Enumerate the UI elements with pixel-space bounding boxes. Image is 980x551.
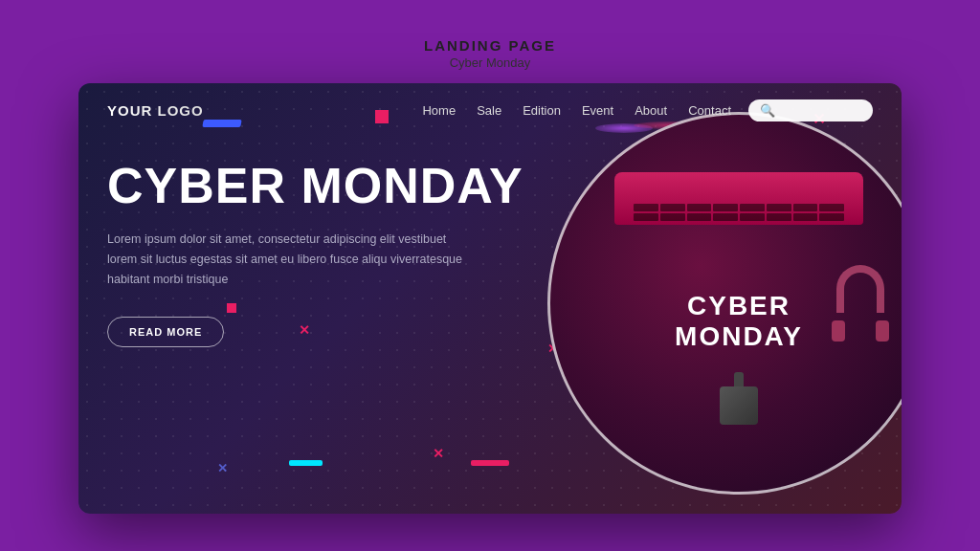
circle-text-badge: CYBER MONDAY: [675, 291, 803, 352]
shelf-key: [793, 213, 818, 221]
deco-red-bar: [471, 460, 509, 466]
shelf-key: [819, 204, 844, 211]
nav-sale[interactable]: Sale: [477, 103, 501, 118]
shelf-key: [687, 213, 712, 221]
shelf-key: [713, 213, 738, 221]
page-header-title: LANDING PAGE: [424, 37, 556, 54]
headphone-arc: [836, 265, 884, 313]
headphone-left-pad: [832, 320, 845, 342]
headphone-icon: [832, 265, 889, 342]
shelf-key: [687, 204, 712, 211]
binder-clip-icon: [720, 372, 758, 425]
deco-cyan-bar: [289, 460, 323, 466]
shelf-grid: [634, 204, 844, 221]
deco-x-bottom2: ✕: [217, 461, 228, 475]
shelf-key: [634, 204, 658, 211]
headphone-right-pad: [876, 320, 889, 342]
circle-shelf: [614, 172, 863, 225]
nav-edition[interactable]: Edition: [523, 103, 561, 118]
circle-monday-text: MONDAY: [675, 321, 803, 352]
shelf-key: [713, 204, 738, 211]
nav-home[interactable]: Home: [422, 103, 456, 118]
circle-cyber-text: CYBER: [675, 291, 803, 321]
shelf-key: [660, 213, 685, 221]
hero-description: Lorem ipsum dolor sit amet, consectetur …: [107, 230, 471, 291]
nav-contact[interactable]: Contact: [688, 103, 731, 118]
read-more-button[interactable]: READ MORE: [107, 317, 224, 347]
navbar: YOUR LOGO Home Sale Edition Event About …: [78, 83, 902, 137]
page-wrapper: LANDING PAGE Cyber Monday ✕ ✕ ✕ ✕ ✕ YOUR…: [0, 0, 980, 551]
shelf-key: [660, 204, 685, 211]
shelf-key: [740, 213, 765, 221]
nav-about[interactable]: About: [635, 103, 667, 118]
shelf-key: [740, 204, 765, 211]
binder-body: [720, 386, 758, 425]
hero-section: CYBER MONDAY Lorem ipsum dolor sit amet,…: [107, 160, 567, 347]
shelf-key: [819, 213, 844, 221]
search-icon: 🔍: [760, 103, 775, 118]
search-input[interactable]: [781, 103, 867, 117]
page-header: LANDING PAGE Cyber Monday: [424, 37, 556, 70]
deco-x-bottom: ✕: [433, 446, 444, 461]
logo: YOUR LOGO: [107, 102, 204, 119]
landing-card: ✕ ✕ ✕ ✕ ✕ YOUR LOGO Home Sale Edition Ev…: [78, 83, 902, 514]
hero-title: CYBER MONDAY: [107, 160, 567, 212]
shelf-key: [767, 204, 791, 211]
search-bar: 🔍: [748, 99, 873, 121]
shelf-key: [793, 204, 818, 211]
shelf-key: [767, 213, 791, 221]
nav-event[interactable]: Event: [582, 103, 613, 118]
shelf-key: [634, 213, 658, 221]
hero-image-circle: CYBER MONDAY: [547, 112, 902, 495]
page-header-subtitle: Cyber Monday: [424, 55, 556, 70]
nav-links: Home Sale Edition Event About Contact: [422, 103, 731, 118]
circle-content: CYBER MONDAY: [550, 115, 902, 492]
